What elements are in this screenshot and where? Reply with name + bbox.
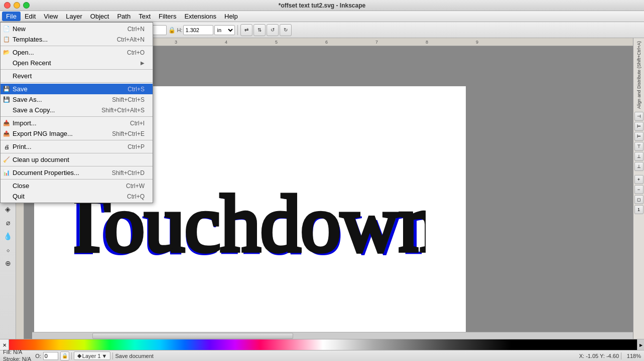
align-center-v-btn[interactable]: ⊥ [634, 152, 643, 161]
rotate-ccw-btn[interactable]: ↺ [267, 24, 279, 36]
menu-item-save-copy[interactable]: Save a Copy... Shift+Ctrl+Alt+S [1, 105, 153, 115]
align-left-btn[interactable]: ⊣ [634, 112, 643, 121]
lock-opacity-btn[interactable]: 🔒 [60, 351, 69, 360]
zoom-out-canvas-btn[interactable]: − [634, 185, 643, 194]
menu-item-new[interactable]: 📄 New Ctrl+N [1, 24, 153, 34]
menu-item-open-recent[interactable]: Open Recent ▶ [1, 58, 153, 68]
layer-name: Layer 1 [82, 353, 101, 359]
menu-layer[interactable]: Layer [62, 12, 86, 21]
menu-item-import[interactable]: 📥 Import... Ctrl+I [1, 118, 153, 128]
cleanup-icon: 🧹 [3, 156, 11, 164]
menu-item-revert[interactable]: Revert [1, 71, 153, 81]
fill-label: Fill: [3, 349, 12, 355]
color-scroll-right[interactable]: ▶ [637, 339, 644, 350]
menu-text[interactable]: Text [135, 12, 155, 21]
menu-item-print-shortcut: Ctrl+P [127, 143, 145, 150]
menu-item-quit[interactable]: Quit Ctrl+Q [1, 191, 153, 202]
close-window-button[interactable] [4, 2, 11, 9]
menu-help[interactable]: Help [220, 12, 242, 21]
save-copy-icon [3, 106, 11, 114]
color-bar-area: ✕ ▶ [0, 339, 644, 350]
h-input[interactable] [183, 25, 213, 35]
align-center-h-btn[interactable]: ⊢ [634, 122, 643, 131]
zoom-1-1-btn[interactable]: 1 [634, 205, 643, 214]
menu-separator-5 [1, 140, 153, 140]
maximize-window-button[interactable] [23, 2, 30, 9]
dropdown-menu-container: 📄 New Ctrl+N 📋 Templates... Ctrl+Alt+N 📂… [0, 22, 153, 203]
layer-dropdown-icon: ▼ [102, 353, 107, 359]
rotate-cw-btn[interactable]: ↻ [280, 24, 292, 36]
minimize-window-button[interactable] [14, 2, 20, 9]
menu-item-export-png[interactable]: 📤 Export PNG Image... Shift+Ctrl+E [1, 128, 153, 139]
opacity-input[interactable] [43, 352, 58, 360]
menu-item-save-shortcut: Ctrl+S [127, 86, 145, 93]
menu-item-export-png-shortcut: Shift+Ctrl+E [112, 130, 145, 137]
h-field: H: [177, 25, 213, 35]
menu-item-save-as[interactable]: 💾 Save As... Shift+Ctrl+S [1, 94, 153, 105]
menu-file[interactable]: File [2, 12, 21, 21]
menu-item-save-copy-label: Save a Copy... [13, 106, 55, 114]
close-doc-icon [3, 182, 11, 190]
menu-item-quit-shortcut: Ctrl+Q [127, 193, 145, 200]
layer-indicator: ◆ [77, 352, 81, 359]
menu-item-open-label: Open... [13, 49, 34, 56]
menu-separator-1 [1, 46, 153, 46]
connector-tool[interactable]: ⌀ [2, 216, 15, 229]
menu-item-doc-props-label: Document Properties... [13, 169, 79, 176]
align-right-btn[interactable]: ⊢ [634, 132, 643, 141]
spray-tool[interactable]: ⊕ [2, 257, 15, 270]
menu-item-new-label: New [13, 25, 26, 33]
zoom-fit-btn[interactable]: ◻ [634, 195, 643, 204]
menu-item-save[interactable]: 💾 Save Ctrl+S [1, 84, 153, 94]
menu-item-import-shortcut: Ctrl+I [130, 120, 145, 127]
scrollbar-thumb[interactable] [92, 333, 293, 339]
menu-view[interactable]: View [40, 12, 62, 21]
status-message: Save document [115, 353, 577, 359]
ruler-mark: 8 [426, 40, 428, 45]
menu-item-print[interactable]: 🖨 Print... Ctrl+P [1, 141, 153, 152]
menu-separator-8 [1, 179, 153, 179]
menu-separator-4 [1, 116, 153, 117]
gradient-tool[interactable]: ◈ [2, 203, 15, 216]
menu-filters[interactable]: Filters [155, 12, 180, 21]
menu-edit[interactable]: Edit [21, 12, 40, 21]
flip-h-btn[interactable]: ⇄ [240, 24, 252, 36]
h-label: H: [177, 27, 182, 33]
menu-item-doc-props[interactable]: 📊 Document Properties... Shift+Ctrl+D [1, 167, 153, 178]
menu-item-new-shortcut: Ctrl+N [127, 26, 145, 33]
units-select[interactable]: in mm px pt cm [214, 25, 235, 35]
dropper-tool[interactable]: 💧 [2, 230, 15, 243]
align-bottom-btn[interactable]: ⊥ [634, 162, 643, 171]
stroke-value: N/A [22, 356, 31, 362]
align-top-btn[interactable]: ⊤ [634, 142, 643, 151]
menu-item-templates-label: Templates... [13, 36, 48, 43]
menu-extensions[interactable]: Extensions [180, 12, 220, 21]
file-menu-dropdown: 📄 New Ctrl+N 📋 Templates... Ctrl+Alt+N 📂… [0, 22, 153, 203]
menu-item-open[interactable]: 📂 Open... Ctrl+O [1, 47, 153, 58]
color-palette[interactable]: ✕ ▶ [0, 339, 644, 350]
zoom-in-canvas-btn[interactable]: + [634, 175, 643, 184]
menu-separator-7 [1, 166, 153, 166]
menu-path[interactable]: Path [113, 12, 135, 21]
title-bar: *offset text tut2.svg - Inkscape [0, 0, 644, 11]
menu-object[interactable]: Object [86, 12, 113, 21]
status-separator2 [112, 352, 113, 359]
window-title: *offset text tut2.svg - Inkscape [279, 2, 365, 9]
menu-item-save-label: Save [13, 85, 28, 93]
layer-selector[interactable]: ◆ Layer 1 ▼ [74, 351, 111, 360]
menu-separator-3 [1, 82, 153, 83]
no-color-swatch[interactable]: ✕ [0, 339, 9, 350]
window-controls [4, 2, 30, 9]
menu-item-clean-up[interactable]: 🧹 Clean up document [1, 154, 153, 165]
menu-item-revert-label: Revert [13, 72, 32, 80]
new-icon: 📄 [3, 25, 11, 33]
menu-item-close[interactable]: Close Ctrl+W [1, 180, 153, 191]
templates-icon: 📋 [3, 36, 11, 44]
align-panel: Align and Distribute (Shift+Ctrl+A) ⊣ ⊢ … [633, 38, 644, 339]
paint-bucket-tool[interactable]: ⬦ [2, 243, 15, 256]
color-swatch-bar[interactable] [9, 339, 637, 350]
lock-aspect-button[interactable]: 🔒 [168, 26, 176, 34]
menu-item-templates[interactable]: 📋 Templates... Ctrl+Alt+N [1, 34, 153, 45]
horizontal-scrollbar[interactable] [32, 332, 633, 339]
flip-v-btn[interactable]: ⇅ [253, 24, 266, 36]
